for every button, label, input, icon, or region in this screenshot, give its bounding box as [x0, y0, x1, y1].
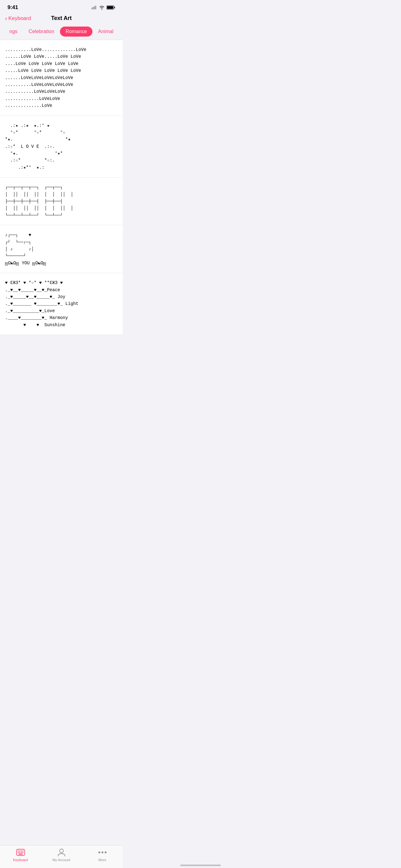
category-item-celebration[interactable]: Celebration	[23, 27, 60, 36]
art-text-2: .:★ .:★ ★.:° ★ °☆* °☆* °☆ *★. *★ .:☆* L …	[5, 122, 118, 171]
svg-rect-7	[107, 6, 113, 9]
content-area: ..........LoVe.............LoVe ......Lo…	[0, 40, 123, 363]
category-scroll: ngs Celebration Romance Animal Weapon	[0, 24, 123, 40]
nav-bar: ‹ Keyboard Text Art	[0, 12, 123, 24]
category-item-animal[interactable]: Animal	[93, 27, 119, 36]
status-icons	[92, 5, 115, 10]
back-chevron-icon: ‹	[5, 15, 7, 22]
art-text-4: ♪┌──┐ ♥ ┌┘ └──♪─┐ │ ♪ ♪│ └──────┘ ஜΩ☯Ωஜ …	[5, 231, 118, 267]
status-time: 9:41	[7, 4, 18, 11]
svg-rect-0	[92, 7, 93, 9]
art-block-5[interactable]: ♥ ƐЖЗ* ♥ *☆* ♥ **ƐЖЗ ♥ ._♥__♥_____♥__♥_P…	[0, 273, 123, 335]
art-text-3: ┌──┬──┬──┬──┐ ┌──┬──┐ │ ││ ││ ││ │ │ ││ …	[5, 184, 118, 219]
category-item-weapon[interactable]: Weapon	[119, 27, 123, 36]
back-label: Keyboard	[8, 15, 31, 22]
art-text-5: ♥ ƐЖЗ* ♥ *☆* ♥ **ƐЖЗ ♥ ._♥__♥_____♥__♥_P…	[5, 279, 118, 329]
svg-rect-1	[93, 7, 94, 9]
art-block-2[interactable]: .:★ .:★ ★.:° ★ °☆* °☆* °☆ *★. *★ .:☆* L …	[0, 116, 123, 178]
back-button[interactable]: ‹ Keyboard	[5, 15, 31, 22]
art-text-1: ..........LoVe.............LoVe ......Lo…	[5, 46, 118, 110]
art-block-4[interactable]: ♪┌──┐ ♥ ┌┘ └──♪─┐ │ ♪ ♪│ └──────┘ ஜΩ☯Ωஜ …	[0, 225, 123, 273]
status-bar: 9:41	[0, 0, 123, 12]
svg-rect-2	[94, 6, 95, 9]
svg-point-4	[101, 9, 102, 10]
category-item-romance[interactable]: Romance	[60, 27, 93, 36]
art-block-3[interactable]: ┌──┬──┬──┬──┐ ┌──┬──┐ │ ││ ││ ││ │ │ ││ …	[0, 178, 123, 225]
svg-rect-3	[95, 6, 96, 9]
svg-rect-6	[114, 7, 115, 8]
battery-icon	[106, 5, 115, 10]
category-item-greetings[interactable]: ngs	[4, 27, 23, 36]
signal-icon	[92, 6, 97, 9]
art-list: ..........LoVe.............LoVe ......Lo…	[0, 40, 123, 335]
page-title: Text Art	[51, 15, 71, 22]
art-block-1[interactable]: ..........LoVe.............LoVe ......Lo…	[0, 40, 123, 116]
wifi-icon	[99, 5, 105, 10]
